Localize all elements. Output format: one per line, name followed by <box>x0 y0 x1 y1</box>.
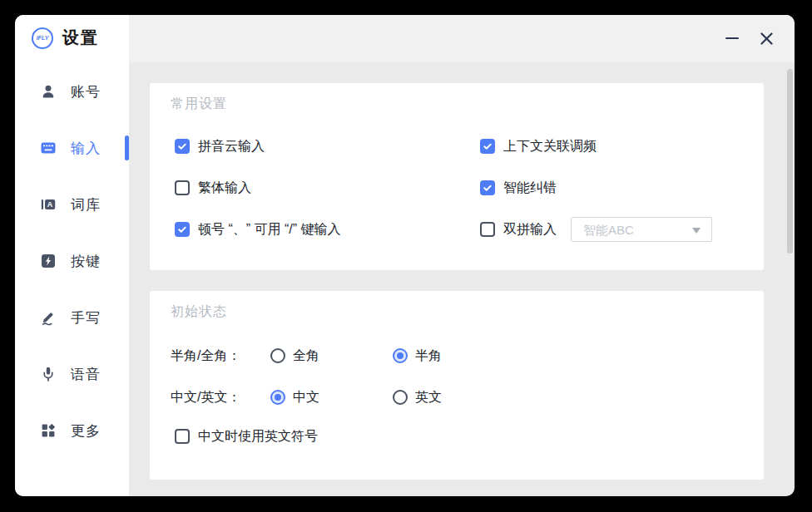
minimize-icon <box>725 37 739 40</box>
radio-icon <box>393 348 408 363</box>
initial-state-card: 初始状态 半角/全角： 全角 半角 中文/英文： 中文 英文 中文时使用英文符号 <box>150 291 764 480</box>
check-icon <box>177 224 187 234</box>
checkbox-pinyin-cloud-input[interactable]: 拼音云输入 <box>175 136 265 156</box>
vertical-scrollbar-thumb[interactable] <box>787 69 793 254</box>
radio-icon <box>270 348 285 363</box>
chevron-down-icon <box>692 228 701 234</box>
sidebar-item-dictionary[interactable]: A 词库 <box>15 188 129 221</box>
radio-icon <box>393 390 408 405</box>
radio-group-label-language: 中文/英文： <box>171 389 240 406</box>
sidebar-item-label: 手写 <box>71 308 101 327</box>
sidebar-item-voice[interactable]: 语音 <box>15 357 129 391</box>
checkbox-icon <box>175 429 190 444</box>
app-logo-row: iFLY 设置 <box>32 27 99 49</box>
settings-window: iFLY 设置 账号 输入 <box>15 15 795 496</box>
more-icon <box>40 422 57 439</box>
checkbox-icon <box>175 222 190 237</box>
sidebar-item-account[interactable]: 账号 <box>15 75 129 108</box>
checkbox-icon <box>480 180 495 195</box>
checkbox-icon <box>175 180 190 195</box>
radio-label: 半角 <box>415 347 442 365</box>
radio-label: 全角 <box>293 347 319 365</box>
sidebar-item-keys[interactable]: 按键 <box>15 244 129 278</box>
checkbox-dunhao-slash-key[interactable]: 顿号 “、” 可用 “/” 键输入 <box>175 219 341 239</box>
sidebar-item-label: 按键 <box>71 252 101 271</box>
close-icon <box>760 32 773 45</box>
checkbox-label: 顿号 “、” 可用 “/” 键输入 <box>198 221 341 239</box>
check-icon <box>483 141 493 151</box>
checkbox-context-tuning[interactable]: 上下文关联调频 <box>480 136 597 156</box>
radio-fullwidth[interactable]: 全角 <box>270 346 319 366</box>
checkbox-label: 拼音云输入 <box>198 138 265 155</box>
ifly-logo-icon: iFLY <box>32 27 53 49</box>
keyboard-icon <box>40 140 57 156</box>
checkbox-icon <box>480 139 495 154</box>
sidebar-item-label: 输入 <box>71 139 101 158</box>
checkbox-label: 中文时使用英文符号 <box>198 428 318 446</box>
sidebar-item-input[interactable]: 输入 <box>15 131 129 165</box>
window-title: 设置 <box>62 27 99 49</box>
sidebar-item-label: 账号 <box>71 82 101 101</box>
checkbox-label: 上下文关联调频 <box>503 138 597 155</box>
sidebar-item-more[interactable]: 更多 <box>15 414 129 447</box>
checkbox-smart-correction[interactable]: 智能纠错 <box>480 178 557 198</box>
sidebar-item-label: 更多 <box>71 421 101 441</box>
radio-icon <box>270 390 285 405</box>
checkbox-traditional-input[interactable]: 繁体输入 <box>175 178 251 198</box>
keypress-icon <box>40 253 57 269</box>
checkbox-label: 智能纠错 <box>503 180 557 197</box>
checkbox-icon <box>480 222 495 237</box>
checkbox-label: 繁体输入 <box>198 180 251 197</box>
dropdown-value: 智能ABC <box>583 218 634 242</box>
minimize-button[interactable] <box>720 27 744 50</box>
checkbox-double-pinyin[interactable]: 双拼输入 <box>480 219 557 239</box>
radio-label: 英文 <box>415 389 442 406</box>
radio-halfwidth[interactable]: 半角 <box>393 346 442 366</box>
common-settings-card: 常用设置 拼音云输入 上下文关联调频 繁体输入 <box>150 83 764 270</box>
sidebar-item-handwriting[interactable]: 手写 <box>15 301 129 334</box>
radio-english[interactable]: 英文 <box>393 387 442 407</box>
check-icon <box>177 141 187 151</box>
titlebar <box>129 15 795 62</box>
section-title: 常用设置 <box>171 96 227 113</box>
checkbox-english-punctuation-in-chinese[interactable]: 中文时使用英文符号 <box>175 426 318 446</box>
radio-chinese[interactable]: 中文 <box>270 387 319 407</box>
sidebar-item-label: 语音 <box>71 365 101 384</box>
svg-text:A: A <box>47 200 53 209</box>
active-indicator <box>125 135 129 160</box>
user-icon <box>40 83 57 100</box>
voice-icon <box>40 366 57 382</box>
double-pinyin-scheme-select[interactable]: 智能ABC <box>571 217 712 242</box>
close-button[interactable] <box>755 27 778 50</box>
sidebar-item-label: 词库 <box>71 195 101 214</box>
checkbox-label: 双拼输入 <box>503 221 557 239</box>
dictionary-icon: A <box>40 196 57 213</box>
sidebar: iFLY 设置 账号 输入 <box>15 15 129 496</box>
radio-label: 中文 <box>293 389 319 406</box>
section-title: 初始状态 <box>171 303 227 321</box>
checkbox-icon <box>175 139 190 154</box>
radio-group-label-halfwidth: 半角/全角： <box>171 347 240 365</box>
handwriting-icon <box>40 309 57 326</box>
check-icon <box>483 183 493 193</box>
